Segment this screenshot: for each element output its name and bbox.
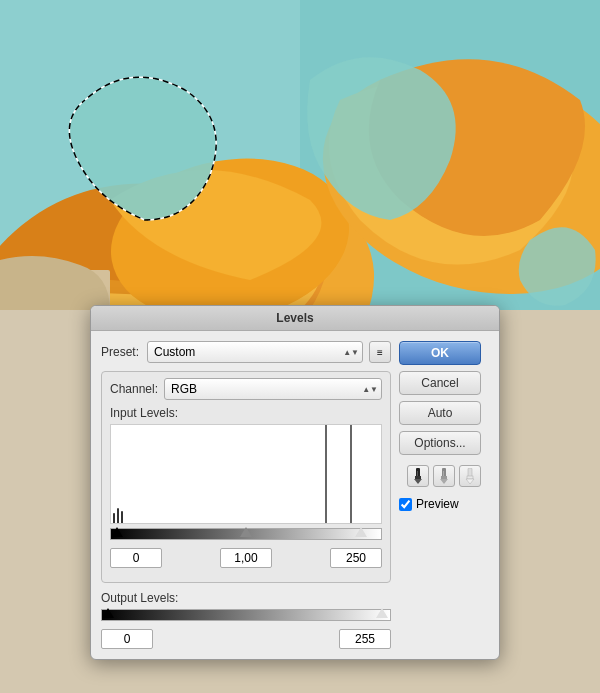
- output-slider-container[interactable]: [101, 609, 391, 625]
- svg-rect-19: [443, 471, 444, 476]
- preset-select[interactable]: Custom Default Increase Contrast 1 Incre…: [147, 341, 363, 363]
- preset-select-wrapper[interactable]: Custom Default Increase Contrast 1 Incre…: [147, 341, 363, 363]
- svg-marker-14: [414, 479, 422, 484]
- input-level-values: [110, 548, 382, 568]
- preview-label: Preview: [416, 497, 459, 511]
- auto-button[interactable]: Auto: [399, 401, 481, 425]
- preset-row: Preset: Custom Default Increase Contrast…: [101, 341, 391, 363]
- dialog-left-panel: Preset: Custom Default Increase Contrast…: [101, 341, 391, 649]
- output-white-point-thumb[interactable]: [376, 608, 388, 618]
- output-shadow-value[interactable]: [101, 629, 153, 649]
- svg-rect-21: [467, 476, 473, 479]
- illustration-svg: [0, 0, 600, 310]
- channel-select-wrapper[interactable]: RGB Red Green Blue ▲▼: [164, 378, 382, 400]
- output-slider-track[interactable]: [101, 609, 391, 621]
- channel-label: Channel:: [110, 382, 158, 396]
- output-levels-label: Output Levels:: [101, 591, 391, 605]
- white-eyedropper-button[interactable]: [459, 465, 481, 487]
- preset-label: Preset:: [101, 345, 141, 359]
- svg-rect-11: [121, 511, 123, 523]
- histogram-area: [110, 424, 382, 524]
- histogram-svg: [111, 425, 381, 523]
- preview-checkbox[interactable]: [399, 498, 412, 511]
- gray-eyedropper-button[interactable]: [433, 465, 455, 487]
- preset-options-button[interactable]: ≡: [369, 341, 391, 363]
- input-midtone-value[interactable]: [220, 548, 272, 568]
- dialog-right-panel: OK Cancel Auto Options...: [399, 341, 489, 649]
- input-levels-label: Input Levels:: [110, 406, 382, 420]
- svg-rect-10: [117, 508, 119, 523]
- output-black-point-thumb[interactable]: [102, 608, 114, 618]
- gray-eyedropper-icon: [437, 468, 451, 484]
- input-white-point-thumb[interactable]: [355, 527, 367, 537]
- black-eyedropper-button[interactable]: [407, 465, 429, 487]
- levels-dialog: Levels Preset: Custom Default Increase C…: [90, 305, 500, 660]
- input-slider-track[interactable]: [110, 528, 382, 540]
- black-eyedropper-icon: [411, 468, 425, 484]
- canvas-background: [0, 0, 600, 310]
- input-slider-container[interactable]: [110, 528, 382, 544]
- dialog-title: Levels: [91, 306, 499, 331]
- input-shadow-value[interactable]: [110, 548, 162, 568]
- svg-rect-13: [415, 476, 421, 479]
- eyedroppers-row: [399, 465, 489, 487]
- white-eyedropper-icon: [463, 468, 477, 484]
- channel-group: Channel: RGB Red Green Blue ▲▼ Input Lev…: [101, 371, 391, 583]
- options-button[interactable]: Options...: [399, 431, 481, 455]
- preview-row: Preview: [399, 497, 489, 511]
- preset-options-icon: ≡: [377, 347, 383, 358]
- input-highlight-value[interactable]: [330, 548, 382, 568]
- svg-marker-18: [440, 479, 448, 484]
- cancel-button[interactable]: Cancel: [399, 371, 481, 395]
- ok-button[interactable]: OK: [399, 341, 481, 365]
- output-levels-section: Output Levels:: [101, 591, 391, 649]
- input-midtone-thumb[interactable]: [240, 527, 252, 537]
- output-level-values: [101, 629, 391, 649]
- output-highlight-value[interactable]: [339, 629, 391, 649]
- svg-rect-17: [441, 476, 447, 479]
- svg-rect-15: [417, 471, 418, 476]
- svg-marker-22: [466, 479, 474, 484]
- channel-row: Channel: RGB Red Green Blue ▲▼: [110, 378, 382, 400]
- svg-rect-9: [113, 513, 115, 523]
- input-black-point-thumb[interactable]: [111, 527, 123, 537]
- channel-select[interactable]: RGB Red Green Blue: [164, 378, 382, 400]
